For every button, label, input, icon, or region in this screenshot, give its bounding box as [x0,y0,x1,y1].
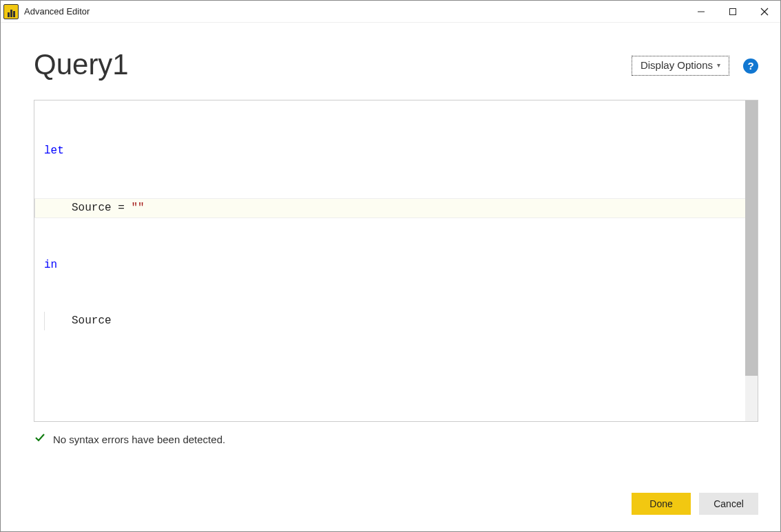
code-keyword-in: in [44,259,57,271]
header-controls: Display Options ▾ ? [632,56,758,76]
header-row: Query1 Display Options ▾ ? [34,50,758,79]
minimize-icon [697,8,705,16]
code-content[interactable]: let Source = "" in Source [34,100,745,421]
window-title: Advanced Editor [24,6,90,17]
minimize-button[interactable] [685,1,717,23]
query-name-title: Query1 [34,50,129,79]
done-button[interactable]: Done [632,493,691,515]
maximize-icon [729,8,737,16]
display-options-label: Display Options [641,59,713,71]
vertical-scrollbar[interactable] [745,100,758,421]
close-button[interactable] [749,1,780,23]
code-line4: Source [44,312,112,330]
help-icon[interactable]: ? [743,58,758,74]
code-editor[interactable]: let Source = "" in Source [34,100,758,422]
app-icon [3,4,19,19]
footer-buttons: Done Cancel [34,479,758,515]
content-area: Query1 Display Options ▾ ? let Source = … [1,23,780,531]
scrollbar-thumb[interactable] [745,100,758,376]
checkmark-icon [34,432,46,447]
code-line2-prefix: Source = [72,202,131,214]
display-options-dropdown[interactable]: Display Options ▾ [632,56,729,76]
titlebar: Advanced Editor [1,1,780,23]
maximize-button[interactable] [717,1,749,23]
svg-rect-1 [730,8,736,14]
code-line2-string: "" [131,202,144,214]
cancel-button[interactable]: Cancel [699,493,758,515]
chevron-down-icon: ▾ [717,61,720,69]
status-row: No syntax errors have been detected. [34,432,758,447]
code-keyword-let: let [44,145,64,157]
close-icon [760,8,769,16]
advanced-editor-window: Advanced Editor Query1 Display Options ▾… [0,0,781,532]
syntax-status-text: No syntax errors have been detected. [53,434,225,445]
